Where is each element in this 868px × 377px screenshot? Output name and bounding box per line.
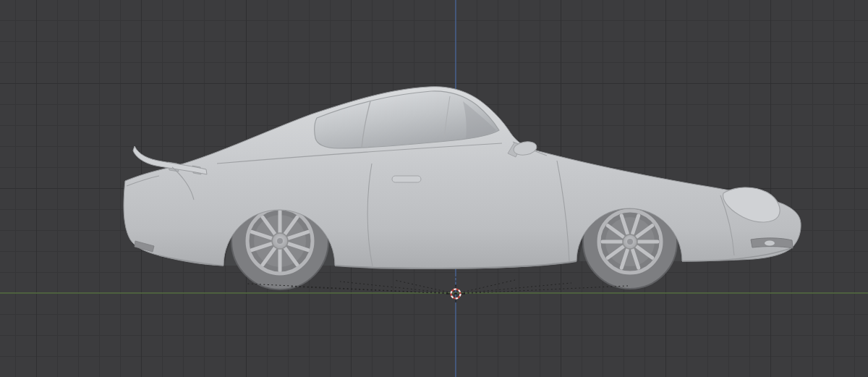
viewport-canvas[interactable] [0,0,868,377]
car-model[interactable] [124,87,801,268]
blender-3d-viewport[interactable] [0,0,868,377]
front-hub-cap [627,239,633,245]
rear-hub-cap [277,238,283,244]
fog-light [765,241,775,246]
door-handle[interactable] [392,176,421,182]
